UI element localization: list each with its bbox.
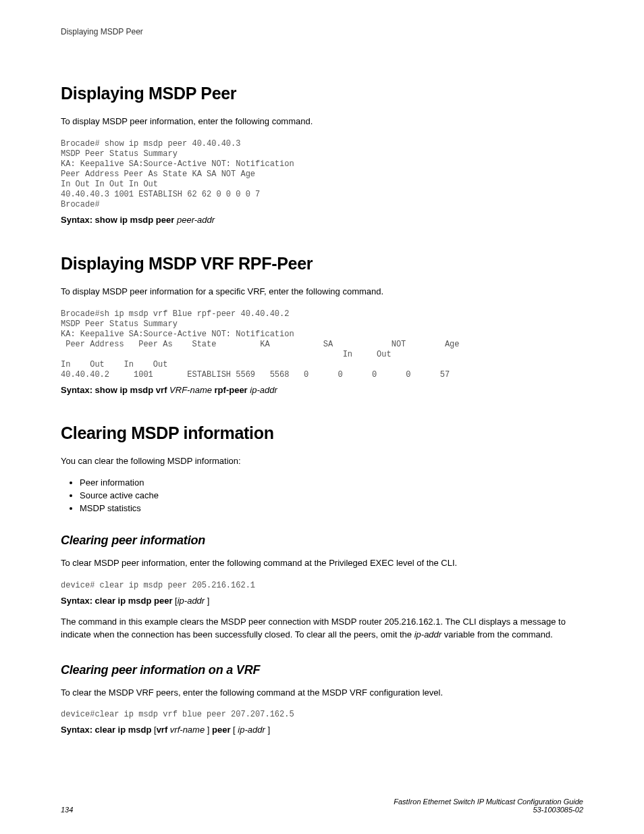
syntax-arg: peer-addr: [174, 215, 215, 225]
syntax-clear-peer-vrf: Syntax: clear ip msdp [vrf vrf-name ] pe…: [61, 724, 583, 737]
text: variable from the command.: [441, 629, 553, 640]
syntax-arg: vrf-name: [167, 725, 205, 735]
syntax-cmd: show ip msdp vrf: [95, 385, 167, 395]
footer-right: FastIron Ethernet Switch IP Multicast Co…: [394, 798, 583, 814]
syntax-clear-peer: Syntax: clear ip msdp peer [ip-addr ]: [61, 595, 583, 608]
running-header: Displaying MSDP Peer: [61, 27, 583, 36]
syntax-cmd: clear ip msdp peer: [95, 596, 173, 606]
page-container: Displaying MSDP Peer Displaying MSDP Pee…: [0, 0, 644, 834]
syntax-vrf-rpf-peer: Syntax: show ip msdp vrf VRF-name rpf-pe…: [61, 384, 583, 397]
doc-number: 53-1003085-02: [394, 806, 583, 814]
code-clear-peer: device# clear ip msdp peer 205.216.162.1: [61, 581, 583, 591]
section-clearing: Clearing MSDP information You can clear …: [61, 423, 583, 737]
syntax-bracket: ]: [205, 725, 212, 735]
intro-vrf-rpf-peer: To display MSDP peer information for a s…: [61, 286, 583, 298]
syntax-cmd: show ip msdp peer: [95, 215, 175, 225]
heading-msdp-peer: Displaying MSDP Peer: [61, 84, 583, 103]
section-msdp-peer: Displaying MSDP Peer To display MSDP pee…: [61, 84, 583, 227]
syntax-arg: ip-addr: [248, 385, 277, 395]
syntax-bracket: [: [230, 725, 238, 735]
bullet-list: Peer information Source active cache MSD…: [61, 477, 583, 513]
syntax-arg: ip-addr: [238, 725, 265, 735]
list-item: MSDP statistics: [80, 503, 583, 513]
intro-clear-peer-vrf: To clear the MSDP VRF peers, enter the f…: [61, 687, 583, 700]
syntax-label: Syntax:: [61, 725, 95, 735]
section-vrf-rpf-peer: Displaying MSDP VRF RPF-Peer To display …: [61, 254, 583, 397]
syntax-cmd: peer: [212, 725, 230, 735]
code-vrf-rpf-peer: Brocade#sh ip msdp vrf Blue rpf-peer 40.…: [61, 309, 583, 380]
heading-vrf-rpf-peer: Displaying MSDP VRF RPF-Peer: [61, 254, 583, 273]
guide-title: FastIron Ethernet Switch IP Multicast Co…: [394, 798, 583, 806]
syntax-cmd: vrf: [157, 725, 168, 735]
syntax-bracket: [: [151, 725, 156, 735]
page-footer: 134 FastIron Ethernet Switch IP Multicas…: [61, 798, 583, 814]
inline-arg: ip-addr: [414, 629, 441, 640]
syntax-label: Syntax:: [61, 385, 95, 395]
subheading-clear-peer: Clearing peer information: [61, 533, 583, 548]
intro-msdp-peer: To display MSDP peer information, enter …: [61, 115, 583, 128]
list-item: Peer information: [80, 477, 583, 488]
subheading-clear-peer-vrf: Clearing peer information on a VRF: [61, 663, 583, 677]
intro-clearing: You can clear the following MSDP informa…: [61, 455, 583, 468]
page-number: 134: [61, 806, 73, 814]
syntax-cmd: clear ip msdp: [95, 725, 152, 735]
syntax-cmd: rpf-peer: [212, 385, 248, 395]
syntax-bracket: [: [172, 596, 177, 606]
syntax-label: Syntax:: [61, 596, 95, 606]
intro-clear-peer: To clear MSDP peer information, enter th…: [61, 557, 583, 570]
code-msdp-peer: Brocade# show ip msdp peer 40.40.40.3 MS…: [61, 139, 583, 210]
syntax-arg: VRF-name: [167, 385, 211, 395]
syntax-label: Syntax:: [61, 215, 95, 225]
heading-clearing: Clearing MSDP information: [61, 423, 583, 443]
syntax-msdp-peer: Syntax: show ip msdp peer peer-addr: [61, 214, 583, 227]
list-item: Source active cache: [80, 490, 583, 500]
code-clear-peer-vrf: device#clear ip msdp vrf blue peer 207.2…: [61, 710, 583, 720]
syntax-arg: ip-addr: [178, 596, 205, 606]
para-clear-peer: The command in this example clears the M…: [61, 616, 583, 642]
syntax-bracket: ]: [265, 725, 270, 735]
syntax-bracket: ]: [205, 596, 209, 606]
